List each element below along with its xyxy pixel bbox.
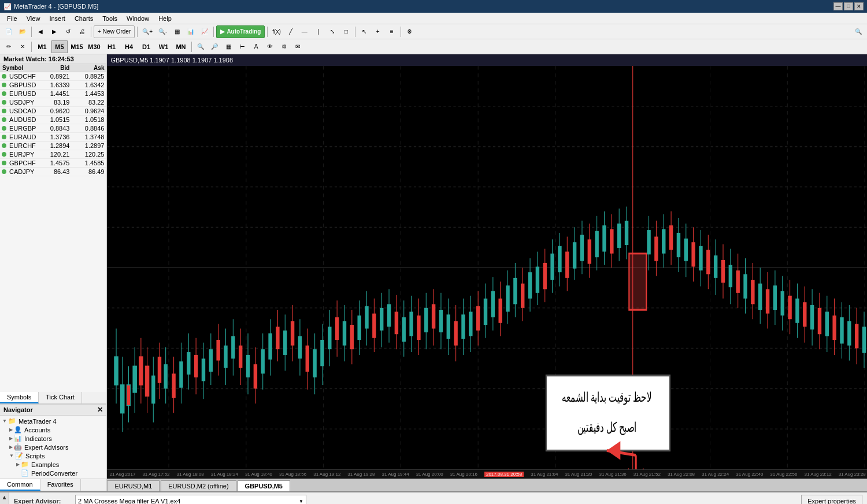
- period-h4[interactable]: H4: [121, 40, 137, 53]
- crosshair-btn[interactable]: +: [372, 25, 384, 38]
- chart-tab-gbpusd-m5[interactable]: GBPUSD,M5: [238, 480, 290, 491]
- period-mn[interactable]: MN: [173, 40, 189, 53]
- period-m5[interactable]: M5: [51, 40, 68, 53]
- chart-zoom-out[interactable]: 🔍-: [156, 25, 169, 38]
- nav-indicators[interactable]: ▶ 📊 Indicators: [0, 434, 106, 443]
- trendline-btn[interactable]: ╱: [284, 25, 297, 38]
- market-watch-row[interactable]: USDCAD 0.9620 0.9624: [0, 107, 106, 116]
- period-m15[interactable]: M15: [69, 40, 85, 53]
- period-sep-btn[interactable]: ≡: [386, 25, 398, 38]
- market-watch-row[interactable]: USDCHF 0.8921 0.8925: [0, 72, 106, 81]
- svg-rect-170: [669, 225, 673, 250]
- tab-tick-chart[interactable]: Tick Chart: [39, 392, 82, 403]
- print-btn[interactable]: 🖨: [76, 25, 88, 38]
- navigator-close-icon[interactable]: ✕: [97, 406, 103, 414]
- tester-side-tab[interactable]: ▼: [0, 492, 9, 504]
- tester-right-buttons: Expert properties: [801, 495, 862, 504]
- hline-btn[interactable]: —: [298, 25, 311, 38]
- market-watch-row[interactable]: EURAUD 1.3736 1.3748: [0, 133, 106, 142]
- svg-rect-218: [848, 321, 851, 346]
- svg-rect-69: [283, 331, 287, 355]
- menu-charts[interactable]: Charts: [70, 14, 98, 23]
- cursor-btn[interactable]: ↖: [358, 25, 370, 38]
- back-btn[interactable]: ◀: [34, 25, 47, 38]
- market-watch-row[interactable]: USDJPY 83.19 83.22: [0, 98, 106, 107]
- period-d1[interactable]: D1: [138, 40, 154, 53]
- symbol-ask: 1.2897: [72, 142, 106, 150]
- refresh-btn[interactable]: ↺: [62, 25, 75, 38]
- menu-window[interactable]: Window: [122, 14, 154, 23]
- period-w1[interactable]: W1: [155, 40, 172, 53]
- settings-btn[interactable]: ⚙: [403, 25, 416, 38]
- menu-insert[interactable]: Insert: [45, 14, 70, 23]
- symbol-ask: 1.3748: [72, 133, 106, 141]
- close-button[interactable]: ✕: [854, 2, 864, 10]
- menu-tools[interactable]: Tools: [98, 14, 122, 23]
- menu-view[interactable]: View: [22, 14, 45, 23]
- nav-period-converter[interactable]: ▶ 📄 PeriodConverter: [0, 469, 106, 477]
- sep1: [31, 27, 32, 37]
- svg-rect-204: [796, 299, 799, 323]
- market-watch-row[interactable]: EURJPY 120.21 120.25: [0, 150, 106, 159]
- sep-p2: [191, 42, 192, 52]
- chart-tab-eurusd-m2[interactable]: EURUSD,M2 (offline): [161, 480, 236, 491]
- tab-common[interactable]: Common: [0, 479, 40, 491]
- svg-rect-87: [350, 325, 354, 349]
- chart-view[interactable]: 👁: [264, 40, 276, 53]
- chart-scroll-right[interactable]: ⊢: [236, 40, 249, 53]
- nav-accounts-arrow: ▶: [9, 427, 13, 432]
- autotrading-btn[interactable]: ▶ AutoTrading: [216, 25, 265, 38]
- market-watch-row[interactable]: EURGBP 0.8843 0.8846: [0, 124, 106, 133]
- nav-root[interactable]: ▼ 📁 MetaTrader 4: [0, 417, 106, 425]
- period-m1[interactable]: M1: [34, 40, 50, 53]
- nav-accounts[interactable]: ▶ 👤 Accounts: [0, 425, 106, 434]
- line-tools-btn[interactable]: ✏: [2, 40, 15, 53]
- svg-rect-101: [402, 317, 406, 342]
- tab-favorites[interactable]: Favorites: [40, 479, 81, 491]
- period-h1[interactable]: H1: [103, 40, 120, 53]
- title-bar-controls[interactable]: — □ ✕: [833, 2, 864, 10]
- fibonacci-btn[interactable]: ⤡: [326, 25, 339, 38]
- market-watch-row[interactable]: EURCHF 1.2894 1.2897: [0, 142, 106, 150]
- market-watch-row[interactable]: GBPCHF 1.4575 1.4585: [0, 159, 106, 168]
- forward-btn[interactable]: ▶: [48, 25, 61, 38]
- maximize-button[interactable]: □: [844, 2, 853, 10]
- navigator-header: Navigator ✕: [0, 405, 106, 416]
- chart-line[interactable]: 📈: [198, 25, 211, 38]
- chart-tab-eurusd-m1[interactable]: EURUSD,M1: [107, 480, 160, 491]
- svg-rect-73: [298, 336, 302, 358]
- vline-btn[interactable]: |: [312, 25, 325, 38]
- open-btn[interactable]: 📂: [16, 25, 29, 38]
- zoom-out-btn[interactable]: 🔎: [208, 40, 221, 53]
- chart-settings2[interactable]: ⚙: [277, 40, 290, 53]
- expert-properties-btn[interactable]: Expert properties: [801, 495, 862, 504]
- menu-help[interactable]: Help: [154, 14, 176, 23]
- indicators-btn[interactable]: f(x): [270, 25, 283, 38]
- chart-canvas[interactable]: لاحظ توقيت بداية الشمعه اصبح كل دفيقتين: [107, 66, 867, 469]
- email-btn[interactable]: ✉: [291, 40, 304, 53]
- rectangle-btn[interactable]: □: [340, 25, 353, 38]
- chart-candle[interactable]: 📊: [184, 25, 197, 38]
- chart-zoom-in[interactable]: 🔍+: [140, 25, 155, 38]
- chart-auto[interactable]: A: [250, 40, 262, 53]
- tab-symbols[interactable]: Symbols: [0, 392, 39, 403]
- nav-scripts[interactable]: ▼ 📝 Scripts: [0, 451, 106, 460]
- period-m30[interactable]: M30: [86, 40, 102, 53]
- new-order-btn[interactable]: + New Order: [94, 25, 135, 38]
- svg-rect-210: [818, 308, 821, 334]
- minimize-button[interactable]: —: [833, 2, 843, 10]
- ea-dropdown[interactable]: 2 MA Crosses Mega filter EA V1.ex4 ▼: [75, 495, 306, 504]
- market-watch-row[interactable]: CADJPY 86.43 86.49: [0, 168, 106, 176]
- objects-btn[interactable]: ▦: [222, 40, 235, 53]
- chart-bar[interactable]: ▦: [171, 25, 183, 38]
- zoom-in-btn[interactable]: 🔍: [194, 40, 207, 53]
- nav-expert-advisors[interactable]: ▶ 🤖 Expert Advisors: [0, 443, 106, 451]
- search-btn[interactable]: 🔍: [852, 25, 865, 38]
- market-watch-row[interactable]: EURUSD 1.4451 1.4453: [0, 90, 106, 98]
- market-watch-row[interactable]: AUDUSD 1.0515 1.0518: [0, 116, 106, 124]
- nav-examples[interactable]: ▶ 📁 Examples: [0, 460, 106, 469]
- new-chart-btn[interactable]: 📄: [2, 25, 15, 38]
- menu-file[interactable]: File: [2, 14, 22, 23]
- market-watch-row[interactable]: GBPUSD 1.6339 1.6342: [0, 81, 106, 90]
- delete-btn[interactable]: ✕: [16, 40, 29, 53]
